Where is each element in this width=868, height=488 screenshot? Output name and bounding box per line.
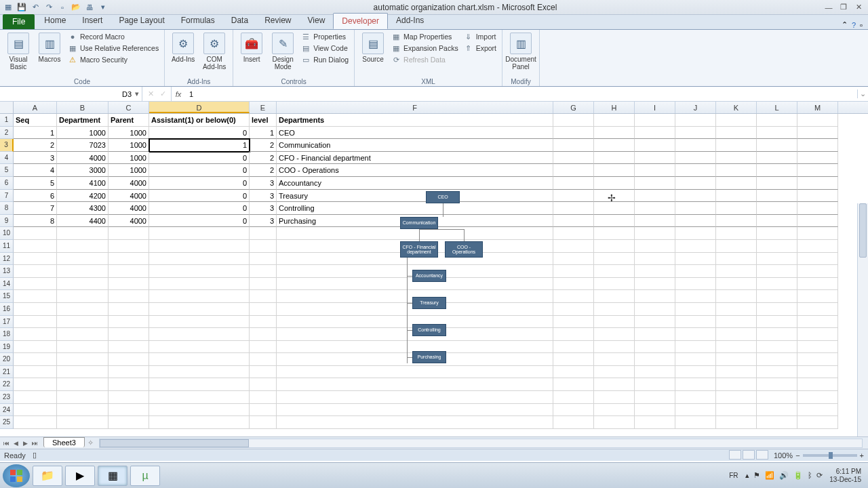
cell[interactable]: 4 — [14, 164, 57, 177]
taskbar-explorer-button[interactable]: 📁 — [33, 466, 62, 486]
cell[interactable] — [675, 164, 716, 177]
cell[interactable]: 3 — [250, 215, 277, 228]
cell[interactable] — [149, 404, 250, 417]
com-addins-button[interactable]: ⚙ COM Add-Ins — [200, 31, 229, 70]
cell[interactable] — [57, 416, 108, 429]
col-header-I[interactable]: I — [635, 102, 675, 113]
cell[interactable]: 4400 — [57, 215, 108, 228]
cell[interactable] — [553, 278, 594, 291]
cell[interactable] — [797, 353, 838, 366]
tray-up-icon[interactable]: ▴ — [745, 471, 749, 479]
org-box[interactable]: CFO - Financial department — [400, 241, 438, 258]
row-header[interactable]: 7 — [0, 190, 14, 203]
taskbar-utorrent-button[interactable]: µ — [130, 466, 160, 486]
row-header[interactable]: 20 — [0, 353, 14, 366]
cell[interactable] — [149, 253, 250, 266]
cell[interactable] — [797, 416, 838, 429]
cell[interactable] — [149, 416, 250, 429]
cell[interactable] — [108, 227, 149, 240]
cell[interactable] — [57, 265, 108, 278]
cell[interactable] — [14, 253, 57, 266]
cell[interactable] — [149, 366, 250, 379]
cell[interactable] — [797, 391, 838, 404]
cell[interactable]: Accountancy — [277, 177, 553, 190]
cell[interactable] — [149, 265, 250, 278]
cell[interactable] — [553, 114, 594, 127]
cell[interactable]: 1 — [250, 127, 277, 140]
row-header[interactable]: 22 — [0, 378, 14, 391]
cell[interactable] — [149, 278, 250, 291]
cell[interactable] — [594, 265, 635, 278]
cell[interactable] — [594, 177, 635, 190]
cell[interactable] — [675, 328, 716, 341]
cell[interactable] — [594, 202, 635, 215]
tray-network-icon[interactable]: 📶 — [765, 471, 774, 479]
taskbar-excel-button[interactable]: ▦ — [98, 466, 127, 486]
horizontal-scrollbar[interactable] — [99, 439, 863, 448]
tray-volume-icon[interactable]: 🔊 — [779, 471, 789, 479]
properties-button[interactable]: ☰Properties — [300, 31, 350, 42]
page-layout-view-button[interactable] — [743, 450, 755, 460]
cell[interactable] — [553, 290, 594, 303]
cell[interactable] — [553, 227, 594, 240]
cell[interactable] — [716, 265, 757, 278]
cell[interactable] — [797, 227, 838, 240]
cell[interactable] — [757, 353, 797, 366]
record-macro-button[interactable]: ●Record Macro — [66, 31, 160, 42]
row-header[interactable]: 4 — [0, 152, 14, 165]
cell[interactable] — [716, 341, 757, 354]
cell[interactable] — [635, 303, 675, 316]
cell[interactable] — [675, 303, 716, 316]
visual-basic-button[interactable]: ▤ Visual Basic — [4, 31, 33, 70]
cell[interactable] — [553, 341, 594, 354]
zoom-level[interactable]: 100% — [774, 451, 793, 460]
col-header-B[interactable]: B — [57, 102, 108, 113]
cell[interactable] — [553, 240, 594, 253]
col-header-J[interactable]: J — [675, 102, 716, 113]
taskbar-clock[interactable]: 6:11 PM 13-Dec-15 — [829, 468, 861, 484]
cell[interactable] — [553, 253, 594, 266]
vertical-scrollbar[interactable] — [857, 203, 868, 436]
cell[interactable] — [635, 416, 675, 429]
cell[interactable] — [797, 127, 838, 140]
cell[interactable] — [675, 177, 716, 190]
cell[interactable] — [635, 240, 675, 253]
cell[interactable] — [675, 353, 716, 366]
cell[interactable] — [57, 353, 108, 366]
cell[interactable] — [108, 278, 149, 291]
cell[interactable] — [594, 341, 635, 354]
cell[interactable] — [675, 290, 716, 303]
row-header[interactable]: 18 — [0, 328, 14, 341]
spreadsheet-grid[interactable]: ABCDEFGHIJKLM 1SeqDepartmentParentAssist… — [0, 102, 868, 436]
hscroll-thumb[interactable] — [100, 439, 249, 447]
cell[interactable] — [797, 303, 838, 316]
cell[interactable] — [716, 227, 757, 240]
cell[interactable] — [716, 139, 757, 152]
cell[interactable] — [716, 303, 757, 316]
cell[interactable] — [250, 366, 277, 379]
minimize-icon[interactable]: — — [822, 3, 835, 12]
cell[interactable] — [757, 328, 797, 341]
col-header-H[interactable]: H — [594, 102, 635, 113]
cell[interactable] — [553, 303, 594, 316]
cell[interactable] — [594, 378, 635, 391]
cell[interactable] — [635, 366, 675, 379]
cell[interactable] — [108, 416, 149, 429]
cell[interactable] — [675, 391, 716, 404]
cell[interactable] — [716, 316, 757, 329]
import-button[interactable]: ⇓Import — [462, 31, 498, 42]
cell[interactable] — [594, 253, 635, 266]
cell[interactable] — [797, 202, 838, 215]
tray-bluetooth-icon[interactable]: ᛒ — [808, 471, 812, 479]
cell[interactable] — [757, 227, 797, 240]
cell[interactable]: 0 — [149, 177, 250, 190]
cell[interactable] — [57, 290, 108, 303]
cell[interactable] — [108, 303, 149, 316]
cell[interactable] — [675, 139, 716, 152]
cell[interactable] — [594, 215, 635, 228]
row-header[interactable]: 16 — [0, 303, 14, 316]
cell[interactable] — [716, 202, 757, 215]
cell[interactable]: Communication — [277, 139, 553, 152]
cell[interactable] — [149, 316, 250, 329]
col-header-F[interactable]: F — [277, 102, 553, 113]
